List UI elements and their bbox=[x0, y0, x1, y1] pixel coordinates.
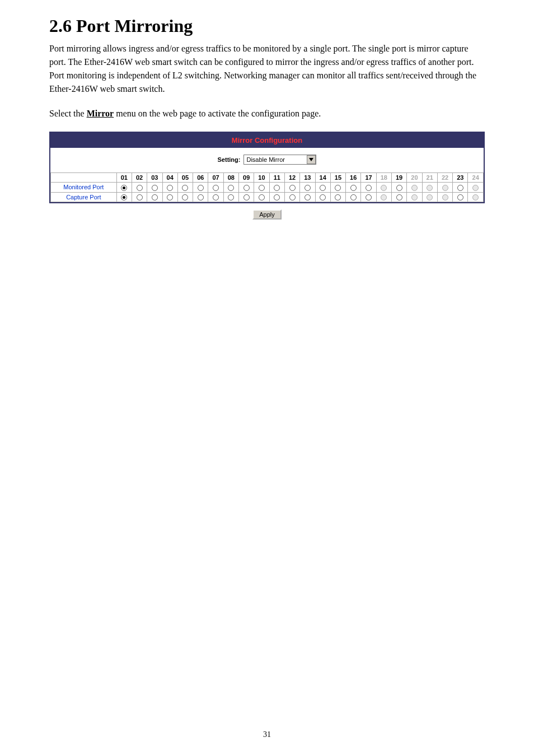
port-cell bbox=[453, 183, 468, 193]
port-radio[interactable] bbox=[289, 185, 296, 191]
port-column-13: 13 bbox=[300, 173, 315, 183]
setting-select-value: Disable Mirror bbox=[244, 155, 307, 164]
port-radio[interactable] bbox=[289, 194, 296, 200]
port-radio bbox=[381, 185, 387, 191]
port-cell bbox=[193, 183, 208, 193]
port-radio[interactable] bbox=[167, 185, 173, 191]
port-cell bbox=[132, 183, 147, 193]
port-radio bbox=[472, 185, 479, 191]
port-radio[interactable] bbox=[213, 194, 219, 200]
port-cell bbox=[346, 183, 361, 193]
port-radio[interactable] bbox=[335, 194, 341, 200]
port-radio[interactable] bbox=[305, 185, 311, 191]
port-column-24: 24 bbox=[468, 173, 484, 183]
port-radio[interactable] bbox=[350, 194, 357, 200]
port-radio[interactable] bbox=[152, 185, 158, 191]
port-table: 0102030405060708091011121314151617181920… bbox=[50, 172, 484, 202]
port-cell bbox=[407, 183, 422, 193]
port-cell bbox=[330, 192, 345, 202]
port-radio[interactable] bbox=[121, 194, 127, 200]
port-column-09: 09 bbox=[239, 173, 254, 183]
port-radio[interactable] bbox=[198, 194, 204, 200]
port-radio[interactable] bbox=[350, 185, 357, 191]
port-radio[interactable] bbox=[228, 194, 234, 200]
port-radio[interactable] bbox=[213, 185, 219, 191]
port-radio[interactable] bbox=[320, 185, 326, 191]
port-radio[interactable] bbox=[396, 185, 402, 191]
port-radio[interactable] bbox=[457, 194, 463, 200]
port-cell bbox=[147, 192, 162, 202]
port-column-06: 06 bbox=[193, 173, 208, 183]
port-radio[interactable] bbox=[182, 194, 188, 200]
port-radio[interactable] bbox=[259, 194, 265, 200]
port-cell bbox=[254, 183, 269, 193]
port-radio[interactable] bbox=[366, 185, 372, 191]
port-cell bbox=[361, 183, 376, 193]
port-radio[interactable] bbox=[152, 194, 158, 200]
port-cell bbox=[422, 192, 437, 202]
table-corner-cell bbox=[51, 173, 117, 183]
port-cell bbox=[239, 183, 254, 193]
port-cell bbox=[177, 192, 193, 202]
port-radio[interactable] bbox=[274, 185, 280, 191]
port-column-12: 12 bbox=[284, 173, 299, 183]
port-radio[interactable] bbox=[457, 185, 463, 191]
port-radio[interactable] bbox=[198, 185, 204, 191]
port-cell bbox=[391, 192, 406, 202]
port-radio[interactable] bbox=[259, 185, 265, 191]
port-radio[interactable] bbox=[305, 194, 311, 200]
port-column-01: 01 bbox=[116, 173, 132, 183]
port-radio bbox=[472, 194, 479, 200]
port-column-19: 19 bbox=[391, 173, 406, 183]
setting-row: Setting: Disable Mirror bbox=[50, 148, 484, 172]
port-radio[interactable] bbox=[137, 185, 143, 191]
port-radio[interactable] bbox=[121, 185, 127, 191]
port-column-14: 14 bbox=[315, 173, 330, 183]
port-radio[interactable] bbox=[137, 194, 143, 200]
port-cell bbox=[116, 192, 132, 202]
port-radio bbox=[427, 185, 433, 191]
port-cell bbox=[437, 183, 452, 193]
port-radio[interactable] bbox=[335, 185, 341, 191]
port-radio[interactable] bbox=[182, 185, 188, 191]
port-cell bbox=[346, 192, 361, 202]
port-cell bbox=[361, 192, 376, 202]
mirror-menu-link: Mirror bbox=[87, 109, 114, 118]
port-radio bbox=[411, 194, 418, 200]
row-label: Capture Port bbox=[51, 192, 117, 202]
section-title: 2.6 Port Mirroring bbox=[49, 16, 485, 36]
port-cell bbox=[239, 192, 254, 202]
port-cell bbox=[132, 192, 147, 202]
port-radio bbox=[442, 185, 448, 191]
port-column-04: 04 bbox=[162, 173, 177, 183]
paragraph-intro: Port mirroring allows ingress and/or egr… bbox=[49, 42, 485, 96]
port-radio[interactable] bbox=[366, 194, 372, 200]
port-radio[interactable] bbox=[320, 194, 326, 200]
port-cell bbox=[269, 183, 284, 193]
setting-select[interactable]: Disable Mirror bbox=[243, 155, 316, 165]
port-column-20: 20 bbox=[407, 173, 422, 183]
port-cell bbox=[437, 192, 452, 202]
port-cell bbox=[453, 192, 468, 202]
port-radio[interactable] bbox=[243, 194, 250, 200]
apply-button[interactable]: Apply bbox=[252, 209, 282, 220]
port-cell bbox=[269, 192, 284, 202]
port-cell bbox=[407, 192, 422, 202]
port-radio[interactable] bbox=[243, 185, 250, 191]
port-column-15: 15 bbox=[330, 173, 345, 183]
port-cell bbox=[422, 183, 437, 193]
port-radio[interactable] bbox=[228, 185, 234, 191]
table-row: Capture Port bbox=[51, 192, 484, 202]
port-cell bbox=[315, 183, 330, 193]
port-radio[interactable] bbox=[167, 194, 173, 200]
chevron-down-icon[interactable] bbox=[307, 155, 316, 164]
setting-label: Setting: bbox=[218, 156, 241, 163]
port-cell bbox=[330, 183, 345, 193]
port-cell bbox=[315, 192, 330, 202]
port-column-17: 17 bbox=[361, 173, 376, 183]
port-cell bbox=[468, 192, 484, 202]
port-radio[interactable] bbox=[396, 194, 402, 200]
port-column-05: 05 bbox=[177, 173, 193, 183]
port-column-16: 16 bbox=[346, 173, 361, 183]
port-radio[interactable] bbox=[274, 194, 280, 200]
